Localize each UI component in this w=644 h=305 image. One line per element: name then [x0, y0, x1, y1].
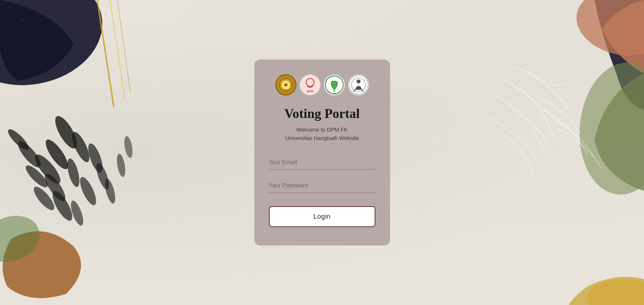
password-input-group	[269, 179, 375, 193]
logos-row: UNIV DPM FK	[275, 74, 369, 96]
dpm-logo: DPM	[299, 74, 321, 96]
login-button[interactable]: Login	[269, 206, 375, 227]
password-input[interactable]	[269, 179, 375, 193]
email-input-group	[269, 155, 375, 170]
back-button[interactable]: ←	[18, 15, 26, 24]
fk-logo: FK	[324, 74, 345, 96]
svg-text:UNIV: UNIV	[284, 84, 287, 86]
portal-subtitle: Welcome to DPM FK Universitas Hangtuah W…	[285, 126, 359, 142]
login-card: UNIV DPM FK	[254, 60, 390, 245]
email-input[interactable]	[269, 155, 375, 170]
institute-logo	[348, 74, 369, 96]
svg-text:FK: FK	[333, 93, 335, 95]
svg-text:DPM: DPM	[307, 90, 313, 93]
portal-title: Voting Portal	[284, 106, 360, 121]
university-logo: UNIV	[275, 74, 296, 96]
svg-point-42	[349, 75, 368, 94]
login-card-wrapper: UNIV DPM FK	[254, 60, 390, 245]
svg-point-44	[356, 79, 360, 83]
